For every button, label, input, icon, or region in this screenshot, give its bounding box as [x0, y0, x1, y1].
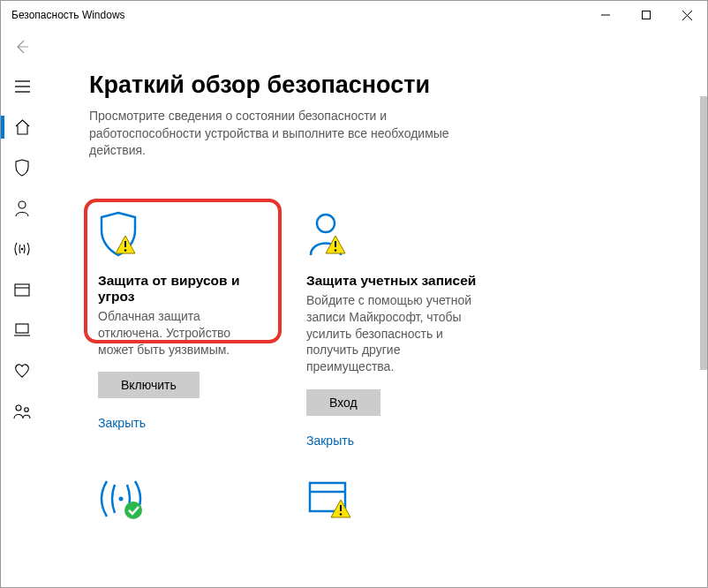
svg-rect-9 [15, 284, 29, 296]
sidebar-item-family[interactable] [1, 393, 43, 430]
back-button[interactable] [1, 29, 43, 64]
svg-rect-1 [643, 11, 651, 19]
sidebar-item-firewall[interactable] [1, 230, 43, 268]
card-virus[interactable]: Защита от вирусов и угроз Облачная защит… [89, 209, 273, 448]
svg-point-15 [124, 249, 127, 252]
sidebar [1, 64, 43, 587]
card-account[interactable]: Защита учетных записей Войдите с помощью… [298, 209, 481, 448]
svg-rect-11 [16, 324, 28, 333]
svg-point-19 [119, 497, 124, 501]
app-control-icon [306, 479, 356, 520]
close-button[interactable] [667, 1, 707, 29]
enable-button[interactable]: Включить [98, 372, 200, 398]
content-area: Краткий обзор безопасности Просмотрите с… [43, 64, 707, 587]
card-virus-body: Облачная защита отключена. Устройство мо… [89, 308, 273, 358]
titlebar: Безопасность Windows [1, 1, 707, 29]
account-icon [298, 209, 481, 260]
window-title: Безопасность Windows [11, 9, 125, 21]
svg-point-13 [25, 408, 29, 412]
signin-button[interactable]: Вход [306, 389, 380, 416]
page-title: Краткий обзор безопасности [89, 72, 672, 99]
shield-icon [89, 209, 273, 260]
sidebar-item-account[interactable] [1, 190, 43, 227]
scrollbar[interactable] [700, 96, 707, 370]
svg-point-8 [21, 248, 24, 251]
card-account-body: Войдите с помощью учетной записи Майкрос… [298, 292, 481, 375]
svg-point-12 [16, 405, 21, 411]
sidebar-item-virus[interactable] [1, 149, 43, 186]
svg-point-20 [124, 501, 142, 519]
dismiss-link-virus[interactable]: Закрыть [98, 416, 273, 430]
card-firewall-partial[interactable] [98, 479, 282, 520]
firewall-icon [98, 479, 147, 520]
page-description: Просмотрите сведения о состоянии безопас… [89, 108, 478, 160]
card-account-title: Защита учетных записей [298, 273, 481, 289]
sidebar-item-home[interactable] [1, 109, 43, 146]
dismiss-link-account[interactable]: Закрыть [306, 433, 481, 448]
svg-point-24 [340, 513, 343, 516]
svg-point-7 [19, 201, 26, 208]
card-app-partial[interactable] [306, 479, 490, 520]
sidebar-item-app[interactable] [1, 271, 43, 308]
card-virus-title: Защита от вирусов и угроз [89, 273, 273, 305]
svg-point-18 [335, 249, 337, 252]
maximize-button[interactable] [626, 1, 667, 29]
minimize-button[interactable] [585, 1, 626, 29]
sidebar-item-health[interactable] [1, 352, 43, 389]
sidebar-item-device[interactable] [1, 312, 43, 349]
svg-point-16 [317, 215, 335, 232]
menu-toggle[interactable] [1, 68, 43, 105]
